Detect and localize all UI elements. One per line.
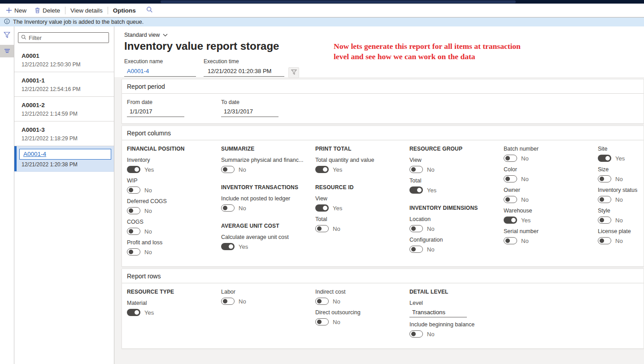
toggle-switch[interactable] [598, 237, 611, 244]
toggle-row: No [127, 207, 214, 215]
toggle-switch[interactable] [221, 243, 235, 250]
toggle-switch[interactable] [504, 196, 517, 203]
field-group: LaborNo [221, 289, 308, 305]
toggle-switch[interactable] [409, 166, 423, 173]
field-label: Total [409, 178, 496, 184]
toggle-switch[interactable] [409, 330, 423, 338]
toggle-column: DETAIL LEVELLevelTransactionsInclude beg… [409, 289, 496, 342]
list-lines-icon [4, 47, 10, 55]
field-group: RESOURCE TYPEMaterialYes [127, 289, 214, 316]
execution-name-value[interactable]: A0001-4 [124, 67, 196, 77]
toggle-field: Indirect costNo [315, 289, 402, 305]
toggle-switch[interactable] [315, 204, 329, 212]
delete-button[interactable]: Delete [30, 4, 64, 17]
toggle-row: No [504, 154, 591, 162]
toggle-row: No [504, 237, 591, 245]
execution-name-label: Execution name [124, 58, 196, 65]
toggle-switch[interactable] [409, 186, 423, 194]
toggle-field: Inventory statusNo [598, 187, 644, 204]
toggle-switch[interactable] [504, 237, 517, 244]
list-item[interactable]: A0001-212/21/2022 1:14:59 PM [14, 97, 114, 121]
toggle-row: No [598, 175, 644, 183]
toggle-field: Serial numberNo [504, 228, 591, 245]
field-label: WIP [127, 178, 214, 184]
list-item[interactable]: A000112/21/2022 12:50:30 PM [14, 48, 114, 72]
execution-time-value[interactable]: 12/21/2022 01:20:38 PM [204, 67, 284, 77]
toggle-switch[interactable] [127, 166, 140, 173]
field-label: Configuration [409, 237, 496, 243]
toggle-state-label: Yes [333, 205, 342, 212]
toggle-field: ViewYes [315, 195, 402, 212]
page-content: A000112/21/2022 12:50:30 PMA0001-112/21/… [0, 26, 644, 364]
toggle-switch[interactable] [127, 207, 140, 214]
toolbar-search-button[interactable] [144, 4, 156, 17]
toggle-field: TotalNo [315, 216, 402, 233]
toggle-knob [605, 156, 610, 160]
toggle-field: LocationNo [409, 216, 496, 233]
toggle-switch[interactable] [127, 228, 140, 235]
toggle-switch[interactable] [315, 166, 329, 173]
field-label: Profit and loss [127, 239, 214, 246]
toggle-switch[interactable] [409, 225, 423, 232]
filter-pane-button[interactable] [0, 30, 14, 42]
group-heading: PRINT TOTAL [315, 146, 402, 152]
from-date-value[interactable]: 1/1/2017 [127, 108, 184, 117]
toggle-knob [317, 299, 322, 303]
list-filter-field[interactable] [18, 32, 109, 43]
field-input[interactable]: Transactions [409, 308, 467, 317]
toggle-column: Batch numberNoColorNoOwnerNoWarehouseYes… [504, 146, 591, 249]
toggle-switch[interactable] [315, 318, 329, 325]
toggle-column: FINANCIAL POSITIONInventoryYesWIPNoDefer… [127, 146, 214, 260]
list-item[interactable]: A0001-312/21/2022 1:18:29 PM [14, 121, 114, 146]
toggle-switch[interactable] [598, 217, 611, 224]
toggle-knob [223, 299, 227, 303]
execution-time-filter-button[interactable] [288, 67, 299, 78]
toggle-switch[interactable] [504, 175, 517, 182]
toggle-switch[interactable] [127, 309, 140, 316]
toggle-switch[interactable] [127, 186, 140, 194]
report-period-section: Report period From date 1/1/2017 To date… [122, 79, 644, 124]
to-date-value[interactable]: 12/31/2017 [221, 108, 278, 117]
field-label: Level [409, 300, 496, 306]
selected-name-box[interactable]: A0001-4 [19, 149, 111, 160]
toggle-switch[interactable] [409, 246, 423, 253]
toggle-switch[interactable] [315, 225, 329, 232]
section-title: Report rows [122, 269, 644, 283]
toggle-switch[interactable] [504, 155, 517, 162]
toggle-field: Total quantity and valueYes [315, 157, 402, 173]
list-item[interactable]: A0001-112/21/2022 12:54:16 PM [14, 72, 114, 97]
view-details-button[interactable]: View details [66, 4, 107, 17]
to-date-field: To date 12/31/2017 [221, 99, 308, 117]
toggle-state-label: No [427, 166, 435, 173]
toggle-switch[interactable] [598, 155, 611, 162]
field-label: Location [409, 216, 496, 222]
toggle-field: WarehouseYes [504, 208, 591, 224]
toggle-switch[interactable] [598, 196, 611, 203]
toggle-switch[interactable] [221, 298, 235, 305]
new-button[interactable]: New [6, 4, 30, 17]
toggle-state-label: Yes [239, 243, 248, 250]
toggle-column: SUMMARIZESummarize physical and financ..… [221, 146, 308, 255]
options-button[interactable]: Options [109, 4, 140, 17]
execution-time: 12/21/2022 1:14:59 PM [22, 111, 110, 117]
toggle-switch[interactable] [221, 204, 235, 212]
list-item[interactable]: A0001-412/21/2022 1:20:38 PM [14, 146, 114, 172]
toggle-field: ConfigurationNo [409, 237, 496, 253]
toggle-knob [223, 167, 227, 172]
toggle-field: License plateNo [598, 228, 644, 245]
view-selector[interactable]: Standard view [124, 32, 168, 38]
report-columns-section: Report columns FINANCIAL POSITIONInvento… [122, 126, 644, 267]
filter-input[interactable] [29, 35, 106, 41]
toggle-switch[interactable] [598, 175, 611, 182]
list-pane-button[interactable] [0, 45, 14, 57]
toggle-row: No [315, 297, 402, 305]
execution-time: 12/21/2022 12:50:30 PM [22, 61, 110, 68]
trash-icon [35, 7, 40, 13]
toggle-switch[interactable] [315, 298, 329, 305]
toggle-switch[interactable] [221, 166, 235, 173]
toggle-row: Yes [221, 243, 308, 251]
group-heading: SUMMARIZE [221, 146, 308, 152]
toggle-switch[interactable] [127, 248, 140, 256]
toggle-switch[interactable] [504, 217, 517, 224]
execution-name-field: Execution name A0001-4 [124, 58, 196, 77]
